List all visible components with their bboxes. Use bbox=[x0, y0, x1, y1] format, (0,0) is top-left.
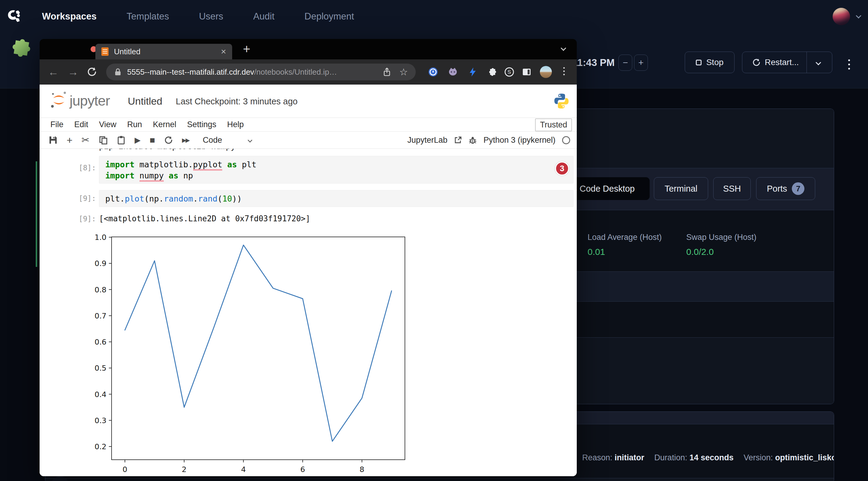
notebook-favicon bbox=[101, 47, 108, 56]
puzzle-extension-icon[interactable] bbox=[487, 67, 497, 77]
notebook-checkpoint: Last Checkpoint: 3 minutes ago bbox=[176, 97, 298, 106]
tab-close-icon[interactable]: × bbox=[221, 46, 226, 57]
code-cell-8[interactable]: import matplotlib.pyplot as plt import n… bbox=[99, 156, 574, 184]
paste-cell-icon[interactable] bbox=[117, 135, 126, 145]
jupyter-menu-bar: File Edit View Run Kernel Settings Help … bbox=[39, 118, 577, 131]
interrupt-kernel-icon[interactable]: ■ bbox=[150, 135, 155, 145]
extension-puzzle-icon bbox=[7, 36, 32, 61]
browser-menu-icon[interactable] bbox=[562, 66, 566, 76]
code-line: import numpy as np bbox=[105, 170, 573, 181]
browser-tab-untitled[interactable]: Untitled × bbox=[95, 44, 232, 59]
reload-button[interactable] bbox=[86, 67, 97, 77]
menu-settings[interactable]: Settings bbox=[187, 120, 217, 129]
new-tab-button[interactable]: + bbox=[243, 42, 250, 56]
version-label: Version: bbox=[744, 453, 773, 462]
add-cell-icon[interactable]: + bbox=[67, 134, 72, 146]
load-average-value: 0.01 bbox=[588, 247, 605, 257]
zoom-in-button[interactable]: + bbox=[634, 55, 648, 71]
duration-value: 14 seconds bbox=[689, 453, 734, 462]
svg-text:0: 0 bbox=[123, 465, 127, 474]
url-path: /notebooks/Untitled.ip… bbox=[254, 67, 337, 77]
build-card-footer-row bbox=[45, 478, 834, 481]
zoom-out-button[interactable]: − bbox=[618, 55, 632, 71]
cell-9-prompt: [9]: bbox=[68, 194, 96, 203]
lock-icon[interactable] bbox=[114, 68, 122, 76]
browser-toolbar: ← → 5555--main--test--matifali.atif.cdr.… bbox=[39, 59, 577, 85]
menu-file[interactable]: File bbox=[51, 120, 64, 129]
terminal-button[interactable]: Terminal bbox=[654, 177, 708, 200]
cell-8-prompt: [8]: bbox=[68, 164, 96, 172]
svg-text:2: 2 bbox=[182, 465, 187, 474]
cell-type-dropdown[interactable]: Code bbox=[203, 135, 222, 145]
code-line: import matplotlib.pyplot as plt bbox=[105, 159, 573, 170]
trusted-button[interactable]: Trusted bbox=[535, 119, 572, 131]
nav-item-users[interactable]: Users bbox=[199, 11, 223, 22]
user-avatar[interactable] bbox=[833, 8, 850, 25]
workspace-more-menu[interactable] bbox=[847, 58, 851, 71]
stylus-extension-icon[interactable]: S bbox=[504, 67, 514, 77]
reason-value: initiator bbox=[615, 453, 644, 462]
stop-workspace-button[interactable]: Stop bbox=[685, 52, 735, 73]
collaborator-badge: 3 bbox=[555, 161, 569, 176]
swap-usage-value: 0.0/2.0 bbox=[686, 247, 714, 257]
kernel-name[interactable]: Python 3 (ipykernel) bbox=[484, 135, 555, 145]
notebook-scroll-area[interactable]: pip install matplotlib numpy [8]: import… bbox=[39, 149, 577, 476]
external-link-icon[interactable] bbox=[454, 136, 462, 144]
output-9-text: [<matplotlib.lines.Line2D at 0x7fd03f191… bbox=[99, 214, 310, 223]
copy-cell-icon[interactable] bbox=[99, 135, 108, 145]
tab-title: Untitled bbox=[114, 47, 221, 56]
restart-options-chevron[interactable] bbox=[807, 52, 830, 73]
nav-item-templates[interactable]: Templates bbox=[127, 11, 169, 22]
bookmark-star-icon[interactable]: ☆ bbox=[399, 66, 408, 78]
sidepanel-extension-icon[interactable] bbox=[522, 67, 531, 77]
lightning-extension-icon[interactable] bbox=[468, 67, 477, 77]
back-button[interactable]: ← bbox=[48, 65, 59, 78]
share-icon[interactable] bbox=[382, 67, 392, 77]
onepassword-extension-icon[interactable] bbox=[428, 67, 438, 77]
top-navigation: Workspaces Templates Users Audit Deploym… bbox=[0, 0, 868, 33]
browser-profile-avatar[interactable] bbox=[540, 66, 552, 78]
svg-text:1.0: 1.0 bbox=[94, 233, 106, 242]
build-meta-line: Reason: initiator Duration: 14 seconds V… bbox=[582, 453, 834, 462]
python-logo-icon bbox=[553, 92, 570, 110]
kernel-status-icon bbox=[562, 136, 570, 144]
address-bar[interactable]: 5555--main--test--matifali.atif.cdr.dev/… bbox=[106, 64, 416, 81]
svg-text:6: 6 bbox=[300, 465, 305, 474]
cell-type-chevron-icon[interactable] bbox=[247, 138, 252, 142]
user-menu-chevron-icon[interactable] bbox=[856, 13, 861, 18]
svg-text:4: 4 bbox=[241, 465, 246, 474]
ports-button[interactable]: Ports 7 bbox=[756, 177, 815, 200]
save-icon[interactable] bbox=[49, 135, 58, 145]
nav-item-audit[interactable]: Audit bbox=[253, 11, 274, 22]
workspace-status-accent-bar bbox=[36, 161, 37, 267]
coder-logo-icon[interactable] bbox=[5, 7, 23, 25]
menu-view[interactable]: View bbox=[99, 120, 116, 129]
restart-run-all-icon[interactable]: ▶▶ bbox=[182, 137, 189, 143]
menu-edit[interactable]: Edit bbox=[74, 120, 89, 129]
restart-kernel-icon[interactable] bbox=[164, 135, 173, 145]
debugger-bug-icon[interactable] bbox=[468, 136, 477, 144]
svg-text:0.5: 0.5 bbox=[94, 364, 106, 373]
run-cell-icon[interactable]: ▶ bbox=[135, 135, 141, 145]
github-cat-extension-icon[interactable] bbox=[448, 67, 458, 77]
tab-search-chevron-icon[interactable] bbox=[561, 45, 566, 51]
menu-help[interactable]: Help bbox=[227, 120, 244, 129]
code-cell-9[interactable]: plt.plot(np.random.rand(10)) bbox=[99, 190, 574, 207]
output-9-prompt: [9]: bbox=[68, 215, 96, 223]
version-value: optimistic_liskov9 bbox=[775, 453, 834, 462]
svg-text:0.8: 0.8 bbox=[94, 286, 106, 294]
cut-cell-icon[interactable]: ✂ bbox=[82, 134, 90, 146]
nav-item-workspaces[interactable]: Workspaces bbox=[42, 11, 97, 22]
stop-icon bbox=[696, 60, 702, 65]
svg-text:S: S bbox=[507, 69, 511, 75]
menu-kernel[interactable]: Kernel bbox=[153, 120, 176, 129]
notebook-title[interactable]: Untitled bbox=[128, 95, 162, 107]
nav-item-deployment[interactable]: Deployment bbox=[304, 11, 354, 22]
restart-workspace-button[interactable]: Restart... bbox=[742, 52, 832, 73]
swap-usage-label: Swap Usage (Host) bbox=[686, 233, 756, 242]
forward-button[interactable]: → bbox=[68, 65, 79, 78]
menu-run[interactable]: Run bbox=[127, 120, 142, 129]
open-jupyterlab-link[interactable]: JupyterLab bbox=[407, 135, 447, 145]
ssh-button[interactable]: SSH bbox=[713, 177, 751, 200]
load-average-label: Load Average (Host) bbox=[588, 233, 662, 242]
